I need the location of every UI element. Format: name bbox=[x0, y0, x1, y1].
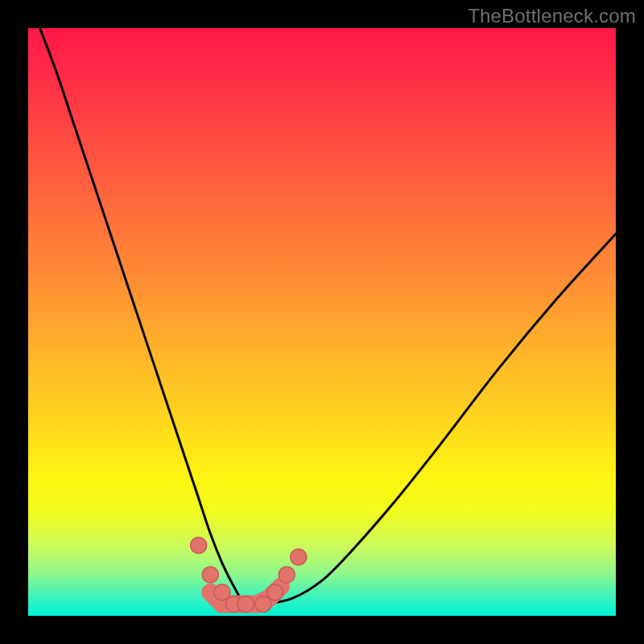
plot-area bbox=[28, 28, 616, 616]
watermark-text: TheBottleneck.com bbox=[468, 5, 636, 27]
marker-point bbox=[237, 596, 254, 612]
bottleneck-curve bbox=[40, 28, 616, 605]
chart-frame: TheBottleneck.com bbox=[0, 0, 644, 644]
marker-point bbox=[291, 549, 307, 565]
marker-point bbox=[267, 584, 283, 601]
marker-point bbox=[279, 567, 295, 583]
marker-point bbox=[202, 567, 218, 583]
curve-svg bbox=[28, 28, 616, 616]
marker-point bbox=[191, 537, 207, 553]
